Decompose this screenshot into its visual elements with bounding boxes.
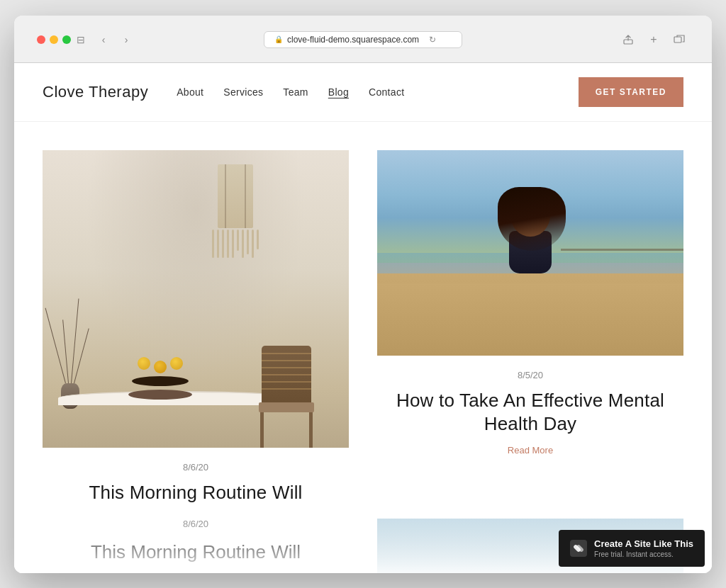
minimize-button[interactable] (50, 35, 58, 44)
blog-card-1-date: 8/6/20 (43, 462, 349, 473)
squarespace-logo (570, 540, 587, 557)
blog-card-2-meta: 8/5/20 How to Take An Effective Mental H… (377, 370, 683, 457)
sidebar-toggle-icon[interactable]: ⊟ (71, 33, 91, 47)
browser-actions: + (618, 30, 689, 50)
browser-nav-icons: ⊟ ‹ › (71, 33, 136, 47)
traffic-lights (37, 35, 71, 44)
maximize-button[interactable] (62, 35, 71, 44)
blog-card-1: 8/6/20 This Morning Routine Will (43, 150, 349, 505)
close-button[interactable] (37, 35, 45, 44)
nav-team[interactable]: Team (283, 86, 308, 98)
back-icon[interactable]: ‹ (94, 33, 113, 47)
browser-top-bar: ⊟ ‹ › 🔒 clove-fluid-demo.squarespace.com… (26, 24, 700, 57)
svg-rect-1 (674, 37, 681, 43)
url-text: clove-fluid-demo.squarespace.com (287, 35, 419, 45)
nav-about[interactable]: About (177, 86, 203, 98)
browser-chrome: ⊟ ‹ › 🔒 clove-fluid-demo.squarespace.com… (14, 16, 712, 63)
nav-links: About Services Team Blog Contact (177, 86, 579, 98)
wall-hanging-decor (214, 164, 257, 278)
lock-icon: 🔒 (274, 35, 283, 43)
website: Clove Therapy About Services Team Blog C… (14, 63, 712, 573)
site-nav: Clove Therapy About Services Team Blog C… (14, 63, 712, 122)
forward-icon[interactable]: › (116, 33, 136, 47)
blog-card-1-title[interactable]: This Morning Routine Will (43, 481, 349, 505)
website-container: Clove Therapy About Services Team Blog C… (14, 63, 712, 573)
blog-card-3: 8/6/20 This Morning Routine Will (43, 519, 349, 572)
share-icon[interactable] (618, 30, 638, 50)
get-started-button[interactable]: GET STARTED (579, 77, 683, 107)
beach-photo (377, 150, 683, 356)
site-logo[interactable]: Clove Therapy (43, 83, 148, 101)
browser-window: ⊟ ‹ › 🔒 clove-fluid-demo.squarespace.com… (14, 16, 712, 573)
nav-services[interactable]: Services (223, 86, 263, 98)
vase-plant (61, 291, 79, 409)
sand (377, 283, 683, 356)
dining-chair (255, 346, 318, 448)
refresh-icon[interactable]: ↻ (429, 35, 436, 45)
read-more-link[interactable]: Read More (508, 445, 553, 456)
ss-banner-text: Create A Site Like This Free trial. Inst… (594, 538, 693, 558)
blog-card-2-image[interactable] (377, 150, 683, 356)
blog-card-2: 8/5/20 How to Take An Effective Mental H… (377, 150, 683, 505)
blog-card-1-image[interactable] (43, 150, 349, 448)
blog-card-3-date: 8/6/20 (43, 519, 349, 529)
windows-icon[interactable] (669, 30, 689, 50)
person-figure (509, 194, 552, 273)
ss-banner-subtitle: Free trial. Instant access. (594, 550, 693, 558)
blog-card-1-meta: 8/6/20 This Morning Routine Will (43, 462, 349, 505)
nav-blog[interactable]: Blog (328, 86, 349, 98)
interior-photo (43, 150, 349, 448)
pier (561, 249, 683, 251)
squarespace-banner[interactable]: Create A Site Like This Free trial. Inst… (559, 530, 705, 567)
table-items (128, 357, 192, 400)
ss-banner-title: Create A Site Like This (594, 538, 693, 549)
blog-card-2-date: 8/5/20 (377, 370, 683, 380)
new-tab-icon[interactable]: + (644, 30, 664, 50)
blog-grid: 8/6/20 This Morning Routine Will (14, 122, 712, 519)
blog-card-3-title[interactable]: This Morning Routine Will (43, 535, 349, 565)
nav-contact[interactable]: Contact (369, 86, 404, 98)
blog-card-2-title[interactable]: How to Take An Effective Mental Health D… (377, 389, 683, 437)
address-bar[interactable]: 🔒 clove-fluid-demo.squarespace.com ↻ (264, 31, 462, 48)
